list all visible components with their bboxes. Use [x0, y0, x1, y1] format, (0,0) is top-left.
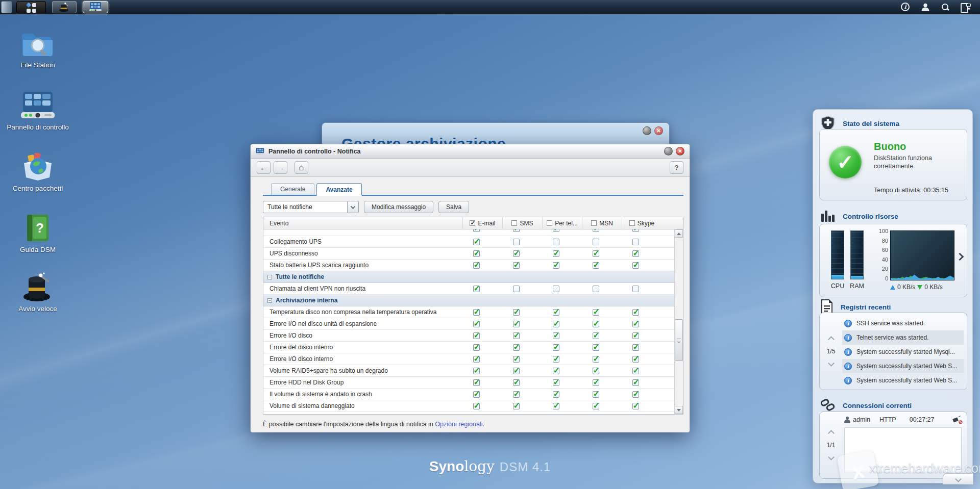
- desktop-icon-dsm-help[interactable]: ? Guida DSM: [5, 213, 70, 254]
- help-button[interactable]: ?: [670, 161, 683, 174]
- save-button[interactable]: Salva: [438, 201, 469, 213]
- notification-checkbox[interactable]: [473, 403, 480, 409]
- notification-checkbox[interactable]: [473, 239, 480, 245]
- scrollbar-thumb[interactable]: [675, 319, 683, 361]
- notification-checkbox[interactable]: [473, 391, 480, 398]
- notification-checkbox[interactable]: [593, 229, 599, 232]
- pager-down-icon[interactable]: [828, 360, 835, 367]
- table-row[interactable]: Errore I/O nel disco unità di espansione: [263, 318, 675, 330]
- table-row[interactable]: Stato batteria UPS scarica raggiunto: [263, 260, 675, 271]
- notification-checkbox[interactable]: [513, 262, 520, 269]
- show-desktop-button[interactable]: [1, 1, 12, 13]
- close-button[interactable]: ✕: [654, 126, 663, 135]
- notification-checkbox[interactable]: [553, 286, 559, 292]
- info-icon[interactable]: i: [901, 3, 910, 11]
- column-header-sms[interactable]: SMS: [502, 217, 542, 229]
- chevron-right-icon[interactable]: [956, 253, 964, 261]
- notification-checkbox[interactable]: [632, 332, 639, 339]
- notification-checkbox[interactable]: [553, 332, 559, 339]
- notification-checkbox[interactable]: [593, 332, 599, 339]
- notification-checkbox[interactable]: [632, 391, 639, 398]
- table-row[interactable]: Errore I/O disco: [263, 330, 675, 342]
- notification-checkbox[interactable]: [473, 368, 480, 374]
- user-icon[interactable]: [921, 3, 930, 12]
- notification-checkbox[interactable]: [513, 309, 520, 316]
- table-row[interactable]: Errore I/O disco interno: [263, 353, 675, 365]
- notification-checkbox[interactable]: [513, 286, 520, 292]
- desktop-icon-quick-start[interactable]: Avvio veloce: [5, 272, 70, 314]
- notification-checkbox[interactable]: [473, 309, 480, 316]
- notification-checkbox[interactable]: [593, 368, 599, 374]
- scroll-down-button[interactable]: [675, 406, 683, 414]
- header-checkbox[interactable]: [547, 220, 552, 226]
- notification-checkbox[interactable]: [513, 344, 520, 351]
- notification-checkbox[interactable]: [513, 239, 520, 245]
- notification-checkbox[interactable]: [553, 391, 559, 398]
- main-menu-button[interactable]: [16, 1, 46, 13]
- notification-checkbox[interactable]: [513, 379, 520, 386]
- notification-checkbox[interactable]: [593, 262, 599, 269]
- notification-checkbox[interactable]: [553, 250, 559, 257]
- notification-checkbox[interactable]: [513, 368, 520, 374]
- table-row[interactable]: Errore del disco interno: [263, 342, 675, 353]
- notification-checkbox[interactable]: [593, 286, 599, 292]
- filter-dropdown-button[interactable]: [348, 201, 359, 213]
- notification-checkbox[interactable]: [513, 321, 520, 327]
- collapse-icon[interactable]: −: [267, 275, 272, 279]
- notification-checkbox[interactable]: [473, 344, 480, 351]
- notification-checkbox[interactable]: [593, 356, 599, 363]
- notification-checkbox[interactable]: [473, 286, 480, 292]
- edit-message-button[interactable]: Modifica messaggio: [364, 201, 433, 213]
- table-row[interactable]: Temperatura disco non compresa nella tem…: [263, 306, 675, 318]
- notification-checkbox[interactable]: [553, 344, 559, 351]
- notification-checkbox[interactable]: [553, 379, 559, 386]
- notification-checkbox[interactable]: [473, 379, 480, 386]
- notification-checkbox[interactable]: [632, 403, 639, 409]
- notification-checkbox[interactable]: [473, 356, 480, 363]
- table-group-row[interactable]: −Archiviazione interna: [263, 295, 675, 306]
- table-scrollbar[interactable]: [674, 229, 683, 414]
- column-header-skype[interactable]: Skype: [622, 217, 662, 229]
- notification-checkbox[interactable]: [593, 344, 599, 351]
- regional-options-link[interactable]: Opzioni regionali: [435, 421, 482, 428]
- notification-checkbox[interactable]: [632, 379, 639, 386]
- collapse-icon[interactable]: −: [267, 298, 272, 303]
- header-checkbox[interactable]: [470, 220, 475, 226]
- close-button[interactable]: ✕: [676, 147, 684, 156]
- notification-checkbox[interactable]: [593, 391, 599, 398]
- tab-avanzate[interactable]: Avanzate: [316, 183, 361, 196]
- table-row[interactable]: Collegamento UPS: [263, 236, 675, 248]
- pilot-view-icon[interactable]: [961, 3, 971, 11]
- log-item[interactable]: iSystem successfully started Web S...: [842, 359, 964, 373]
- table-row[interactable]: [263, 229, 675, 236]
- log-item[interactable]: iSystem successfully started Web S...: [842, 373, 964, 388]
- header-checkbox[interactable]: [511, 220, 517, 226]
- back-button[interactable]: ←: [257, 161, 271, 174]
- notification-checkbox[interactable]: [593, 403, 599, 409]
- taskbar-app-quick-launch[interactable]: [52, 1, 77, 13]
- notification-checkbox[interactable]: [473, 229, 480, 232]
- notification-checkbox[interactable]: [593, 239, 599, 245]
- table-row[interactable]: Volume di sistema danneggiato: [263, 400, 675, 412]
- header-checkbox[interactable]: [591, 220, 597, 226]
- notification-checkbox[interactable]: [513, 403, 520, 409]
- connection-row[interactable]: admin HTTP 00:27:27: [844, 416, 962, 423]
- desktop-icon-package-center[interactable]: Centro pacchetti: [5, 151, 70, 193]
- desktop-icon-file-station[interactable]: File Station: [5, 29, 70, 70]
- minimize-button[interactable]: [664, 147, 673, 156]
- column-header-evento[interactable]: Evento: [263, 220, 462, 227]
- column-header-msn[interactable]: MSN: [582, 217, 622, 229]
- taskbar-app-control-panel[interactable]: [83, 1, 108, 13]
- table-row[interactable]: Errore HDD nel Disk Group: [263, 377, 675, 389]
- notification-checkbox[interactable]: [593, 321, 599, 327]
- notification-checkbox[interactable]: [513, 356, 520, 363]
- table-row[interactable]: Chiamata al client VPN non riuscita: [263, 283, 675, 295]
- search-icon[interactable]: [941, 3, 949, 11]
- notification-checkbox[interactable]: [553, 356, 559, 363]
- notification-checkbox[interactable]: [632, 356, 639, 363]
- resource-monitor-card[interactable]: CPU RAM 100806040200 0 KB/s 0 KB/s: [819, 224, 967, 297]
- column-header-per-tel-[interactable]: Per tel...: [542, 217, 582, 229]
- log-item[interactable]: iSystem successfully started Mysql...: [842, 345, 964, 359]
- notification-checkbox[interactable]: [473, 321, 480, 327]
- log-item[interactable]: iSSH service was started.: [842, 316, 964, 330]
